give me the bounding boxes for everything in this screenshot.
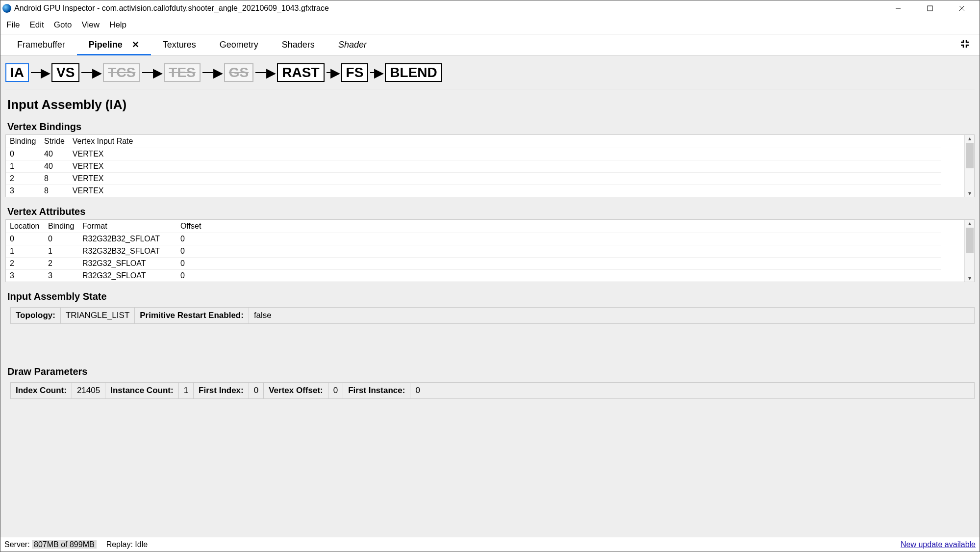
menu-help[interactable]: Help: [105, 18, 130, 32]
vertexoffset-label: Vertex Offset:: [264, 383, 328, 398]
window-close-button[interactable]: [946, 0, 978, 16]
menu-file[interactable]: File: [2, 18, 24, 32]
stage-vs[interactable]: VS: [51, 63, 79, 82]
statusbar: Server: 807MB of 899MB Replay: Idle New …: [0, 537, 980, 552]
firstinstance-value: 0: [410, 383, 425, 398]
window-maximize-button[interactable]: [914, 0, 946, 16]
section-heading: Input Assembly (IA): [7, 97, 975, 112]
tab-shader[interactable]: Shader: [327, 35, 378, 55]
table-row[interactable]: 1 40 VERTEX: [6, 160, 941, 173]
table-row[interactable]: 3 3 R32G32_SFLOAT 0: [6, 270, 941, 282]
exit-fullscreen-icon: [960, 39, 970, 49]
table-row[interactable]: 2 2 R32G32_SFLOAT 0: [6, 258, 941, 270]
scrollbar[interactable]: ▴ ▾: [964, 220, 974, 282]
arrow-icon: ▶: [202, 66, 222, 79]
tab-shaders[interactable]: Shaders: [270, 35, 327, 55]
status-replay: Replay: Idle: [106, 540, 148, 549]
arrow-icon: ▶: [142, 66, 162, 79]
col-vir[interactable]: Vertex Input Rate: [69, 135, 941, 148]
scroll-thumb[interactable]: [966, 143, 974, 168]
stage-tcs[interactable]: TCS: [103, 63, 140, 82]
col-offset[interactable]: Offset: [176, 220, 941, 233]
exit-fullscreen-button[interactable]: [955, 36, 975, 54]
table-row[interactable]: 0 40 VERTEX: [6, 148, 941, 160]
table-row[interactable]: 1 1 R32G32B32_SFLOAT 0: [6, 245, 941, 258]
window-title: Android GPU Inspector - com.activision.c…: [14, 4, 882, 13]
indexcount-label: Index Count:: [11, 383, 72, 398]
svg-rect-1: [928, 6, 932, 11]
arrow-icon: ▶: [81, 66, 101, 79]
tab-framebuffer[interactable]: Framebuffer: [5, 35, 77, 55]
vertex-bindings-table: Binding Stride Vertex Input Rate 0 40 VE…: [5, 134, 975, 197]
update-available-link[interactable]: New update available: [901, 540, 976, 549]
scroll-up-icon[interactable]: ▴: [968, 220, 971, 227]
arrow-icon: ▶: [255, 66, 275, 79]
col-binding[interactable]: Binding: [6, 135, 40, 148]
draw-params-table: Index Count: 21405 Instance Count: 1 Fir…: [10, 382, 975, 399]
arrow-icon: ▶: [327, 66, 339, 79]
table-row[interactable]: 2 8 VERTEX: [6, 173, 941, 185]
window-minimize-button[interactable]: [882, 0, 914, 16]
primrestart-value: false: [249, 308, 276, 323]
tabbar: Framebuffer Pipeline ✕ Textures Geometry…: [0, 34, 980, 55]
stage-ia[interactable]: IA: [5, 63, 29, 82]
server-memory-value: 807MB of 899MB: [32, 540, 97, 549]
firstindex-label: First Index:: [194, 383, 249, 398]
instancecount-label: Instance Count:: [105, 383, 178, 398]
arrow-icon: ▶: [31, 66, 50, 79]
col-location[interactable]: Location: [6, 220, 44, 233]
vertex-attributes-table: Location Binding Format Offset 0 0 R32G3…: [5, 219, 975, 282]
firstinstance-label: First Instance:: [343, 383, 410, 398]
titlebar: Android GPU Inspector - com.activision.c…: [0, 0, 980, 16]
ia-state-heading: Input Assembly State: [7, 291, 975, 302]
vertex-bindings-heading: Vertex Bindings: [7, 121, 975, 132]
scrollbar[interactable]: ▴ ▾: [964, 135, 974, 197]
menubar: File Edit Goto View Help: [0, 16, 980, 34]
tab-pipeline[interactable]: Pipeline ✕: [77, 34, 151, 55]
tab-geometry[interactable]: Geometry: [208, 35, 270, 55]
table-row[interactable]: 0 0 R32G32B32_SFLOAT 0: [6, 233, 941, 245]
indexcount-value: 21405: [72, 383, 105, 398]
stage-gs[interactable]: GS: [224, 63, 253, 82]
tab-textures[interactable]: Textures: [151, 35, 208, 55]
vertexoffset-value: 0: [328, 383, 343, 398]
col-binding[interactable]: Binding: [44, 220, 78, 233]
menu-edit[interactable]: Edit: [25, 18, 48, 32]
stage-tes[interactable]: TES: [164, 63, 200, 82]
draw-params-heading: Draw Parameters: [7, 366, 975, 377]
pipeline-stage-row: IA ▶ VS ▶ TCS ▶ TES ▶ GS ▶ RAST ▶ FS ▶ B…: [5, 59, 975, 89]
stage-fs[interactable]: FS: [341, 63, 369, 82]
table-row[interactable]: 3 8 VERTEX: [6, 185, 941, 197]
col-format[interactable]: Format: [78, 220, 176, 233]
topology-value: TRIANGLE_LIST: [61, 308, 135, 323]
scroll-down-icon[interactable]: ▾: [968, 275, 971, 282]
col-stride[interactable]: Stride: [40, 135, 69, 148]
stage-rast[interactable]: RAST: [277, 63, 324, 82]
scroll-down-icon[interactable]: ▾: [968, 190, 971, 197]
status-server: Server: 807MB of 899MB: [4, 540, 97, 549]
stage-blend[interactable]: BLEND: [385, 63, 442, 82]
menu-view[interactable]: View: [78, 18, 104, 32]
app-icon: [2, 4, 11, 13]
firstindex-value: 0: [249, 383, 264, 398]
tab-pipeline-label: Pipeline: [89, 40, 123, 50]
arrow-icon: ▶: [370, 66, 383, 79]
scroll-thumb[interactable]: [966, 228, 974, 253]
primrestart-label: Primitive Restart Enabled:: [135, 308, 249, 323]
menu-goto[interactable]: Goto: [50, 18, 76, 32]
topology-label: Topology:: [11, 308, 61, 323]
instancecount-value: 1: [179, 383, 194, 398]
close-tab-icon[interactable]: ✕: [132, 40, 139, 50]
vertex-attributes-heading: Vertex Attributes: [7, 206, 975, 217]
content-area: IA ▶ VS ▶ TCS ▶ TES ▶ GS ▶ RAST ▶ FS ▶ B…: [0, 55, 980, 537]
ia-state-table: Topology: TRIANGLE_LIST Primitive Restar…: [10, 307, 975, 324]
scroll-up-icon[interactable]: ▴: [968, 135, 971, 142]
